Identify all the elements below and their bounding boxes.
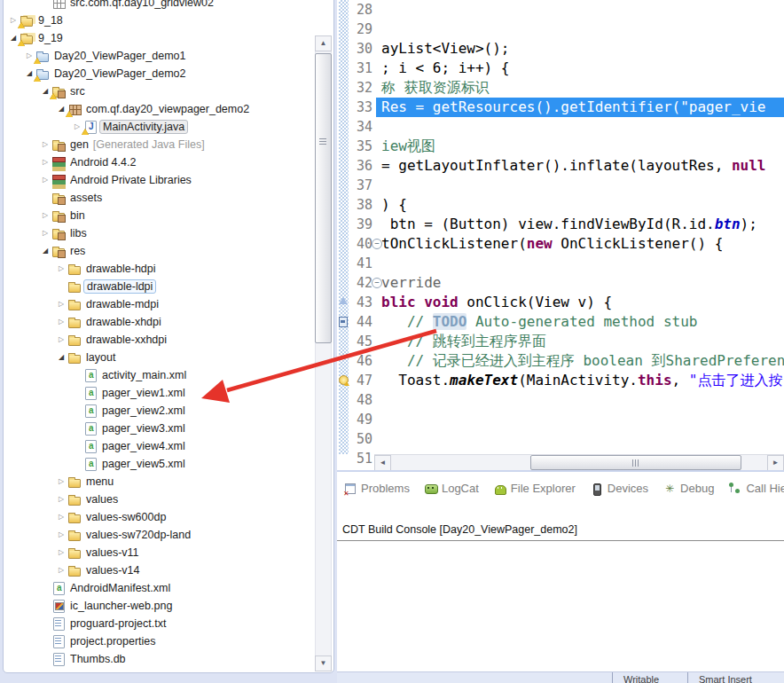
tree-item-res[interactable]: ◢res xyxy=(4,242,316,260)
twisty-collapsed-icon[interactable]: ▷ xyxy=(55,473,67,491)
tree-item-project-properties[interactable]: project.properties xyxy=(4,632,316,650)
code-line-40[interactable]: 40−tOnClickListener(new OnClickListener(… xyxy=(337,234,784,254)
code-line-41[interactable]: 41 xyxy=(337,254,784,273)
tree-item-mainactivity-java[interactable]: ▷MainActivity.java xyxy=(4,118,316,136)
code-line-46[interactable]: 46 // 记录已经进入到主程序 boolean 到SharedPreferen… xyxy=(337,351,784,371)
tree-vertical-scrollbar-thumb[interactable] xyxy=(315,53,332,343)
code-line-37[interactable]: 37 xyxy=(337,176,784,195)
view-tab-logcat[interactable]: LogCat xyxy=(425,482,479,495)
tree-item-pager-view2-xml[interactable]: pager_view2.xml xyxy=(4,402,316,420)
tree-scroll-down-button[interactable]: ▼ xyxy=(315,656,332,671)
code-line-32[interactable]: 32称 获取资源标识 xyxy=(337,78,784,98)
tree-item-assets[interactable]: assets xyxy=(4,189,316,207)
tree-item-pager-view5-xml[interactable]: pager_view5.xml xyxy=(4,455,316,473)
view-tab-problems[interactable]: Problems xyxy=(344,482,410,495)
twisty-collapsed-icon[interactable]: ▷ xyxy=(55,526,67,544)
tree-item-bin[interactable]: ▷bin xyxy=(4,207,316,224)
tree-item-values[interactable]: ▷values xyxy=(4,491,316,508)
editor-horizontal-scrollbar-thumb[interactable] xyxy=(530,455,741,470)
code-line-50[interactable]: 50 xyxy=(337,429,784,449)
tree-item-androidmanifest-xml[interactable]: AndroidManifest.xml xyxy=(4,579,316,597)
fold-collapse-icon[interactable]: − xyxy=(372,278,382,288)
tree-item-drawable-ldpi[interactable]: drawable-ldpi xyxy=(4,278,316,295)
twisty-collapsed-icon[interactable]: ▷ xyxy=(39,171,51,189)
view-tab-devices[interactable]: Devices xyxy=(591,482,648,495)
tree-scroll-up-button[interactable]: ▲ xyxy=(315,35,332,51)
task-marker-icon[interactable] xyxy=(339,317,348,327)
tree-item-day20-viewpager-demo2[interactable]: ◢Day20_ViewPager_demo2 xyxy=(4,65,316,82)
tree-item-libs[interactable]: ▷libs xyxy=(4,224,316,242)
tree-item-pager-view4-xml[interactable]: pager_view4.xml xyxy=(4,437,316,455)
code-line-30[interactable]: 30ayList<View>(); xyxy=(337,39,784,59)
code-line-44[interactable]: 44 // TODO Auto-generated method stub xyxy=(337,312,784,332)
twisty-collapsed-icon[interactable]: ▷ xyxy=(39,153,51,171)
tree-item-drawable-hdpi[interactable]: ▷drawable-hdpi xyxy=(4,260,316,278)
twisty-collapsed-icon[interactable]: ▷ xyxy=(39,207,51,224)
code-line-36[interactable]: 36= getLayoutInflater().inflate(layoutRe… xyxy=(337,156,784,176)
tree-item-src-com-qf-day10-gridview02[interactable]: src.com.qf.day10_gridview02 xyxy=(4,0,316,12)
code-line-34[interactable]: 34 xyxy=(337,117,784,137)
tree-item-values-sw720dp-land[interactable]: ▷values-sw720dp-land xyxy=(4,526,316,544)
code-line-49[interactable]: 49 xyxy=(337,410,784,429)
tree-item-menu[interactable]: ▷menu xyxy=(4,473,316,491)
tree-item-pager-view1-xml[interactable]: pager_view1.xml xyxy=(4,384,316,402)
twisty-collapsed-icon[interactable]: ▷ xyxy=(55,295,67,313)
twisty-collapsed-icon[interactable]: ▷ xyxy=(55,260,67,278)
code-line-47[interactable]: 47 Toast.makeText(MainActivity.this, "点击… xyxy=(337,371,784,390)
tree-item-com-qf-day20-viewpager-demo2[interactable]: ◢com.qf.day20_viewpager_demo2 xyxy=(4,100,316,118)
view-tab-call-hierarchy[interactable]: Call Hierarchy xyxy=(729,482,784,495)
tree-item-values-v14[interactable]: ▷values-v14 xyxy=(4,561,316,579)
tree-item-src[interactable]: ◢src xyxy=(4,82,316,100)
twisty-collapsed-icon[interactable]: ▷ xyxy=(39,224,51,242)
view-tab-debug[interactable]: ✳Debug xyxy=(663,482,714,495)
twisty-collapsed-icon[interactable]: ▷ xyxy=(55,331,67,349)
code-line-35[interactable]: 35iew视图 xyxy=(337,137,784,156)
code-line-38[interactable]: 38) { xyxy=(337,195,784,215)
tree-item-android-4-4-2[interactable]: ▷Android 4.4.2 xyxy=(4,153,316,171)
tree-item-day20-viewpager-demo1[interactable]: ▷Day20_ViewPager_demo1 xyxy=(4,47,316,65)
editor-scroll-left-button[interactable]: ◄ xyxy=(374,455,391,470)
code-line-45[interactable]: 45 // 跳转到主程序界面 xyxy=(337,332,784,351)
tree-item-label: activity_main.xml xyxy=(102,369,186,381)
tree-item-pager-view3-xml[interactable]: pager_view3.xml xyxy=(4,420,316,437)
tree-item-values-v11[interactable]: ▷values-v11 xyxy=(4,544,316,561)
tree-item-layout[interactable]: ◢layout xyxy=(4,349,316,366)
code-line-43[interactable]: 43blic void onClick(View v) { xyxy=(337,293,784,312)
tree-item-drawable-mdpi[interactable]: ▷drawable-mdpi xyxy=(4,295,316,313)
twisty-expanded-icon[interactable]: ◢ xyxy=(55,349,67,366)
tree-item-android-private-libraries[interactable]: ▷Android Private Libraries xyxy=(4,171,316,189)
editor-horizontal-scrollbar[interactable]: ◄ ► xyxy=(374,454,784,470)
warning-bulb-icon[interactable] xyxy=(339,375,349,385)
twisty-expanded-icon[interactable]: ◢ xyxy=(39,242,51,260)
code-area[interactable]: 282930ayList<View>();31; i < 6; i++) {32… xyxy=(337,0,784,454)
code-line-28[interactable]: 28 xyxy=(337,0,784,20)
tree-item-drawable-xhdpi[interactable]: ▷drawable-xhdpi xyxy=(4,313,316,331)
tree-item-values-sw600dp[interactable]: ▷values-sw600dp xyxy=(4,508,316,526)
code-line-33[interactable]: 33Res = getResources().getIdentifier("pa… xyxy=(337,98,784,117)
tree-item-gen[interactable]: ▷gen[Generated Java Files] xyxy=(4,136,316,153)
occurrence-marker-icon[interactable] xyxy=(339,297,348,304)
code-line-48[interactable]: 48 xyxy=(337,390,784,410)
twisty-collapsed-icon[interactable]: ▷ xyxy=(39,136,51,153)
tree-item-activity-main-xml[interactable]: activity_main.xml xyxy=(4,366,316,384)
twisty-collapsed-icon[interactable]: ▷ xyxy=(55,313,67,331)
tree-item-ic-launcher-web-png[interactable]: ic_launcher-web.png xyxy=(4,597,316,615)
twisty-collapsed-icon[interactable]: ▷ xyxy=(55,561,67,579)
twisty-collapsed-icon[interactable]: ▷ xyxy=(55,491,67,508)
code-editor[interactable]: 282930ayList<View>();31; i < 6; i++) {32… xyxy=(337,0,784,470)
code-line-31[interactable]: 31; i < 6; i++) { xyxy=(337,59,784,78)
tree-item-drawable-xxhdpi[interactable]: ▷drawable-xxhdpi xyxy=(4,331,316,349)
twisty-collapsed-icon[interactable]: ▷ xyxy=(55,544,67,561)
tree-item-proguard-project-txt[interactable]: proguard-project.txt xyxy=(4,615,316,632)
java-icon xyxy=(83,120,98,134)
view-tab-file-explorer[interactable]: File Explorer xyxy=(494,482,576,495)
tree-item-9-19[interactable]: ◢9_19 xyxy=(4,29,316,47)
tree-item-thumbs-db[interactable]: Thumbs.db xyxy=(4,650,316,668)
tree-item-9-18[interactable]: ▷9_18 xyxy=(4,12,316,29)
code-line-29[interactable]: 29 xyxy=(337,20,784,39)
code-line-39[interactable]: 39 btn = (Button) view.findViewById(R.id… xyxy=(337,215,784,234)
code-line-42[interactable]: 42−verride xyxy=(337,273,784,293)
twisty-collapsed-icon[interactable]: ▷ xyxy=(55,508,67,526)
editor-scroll-right-button[interactable]: ► xyxy=(767,455,784,470)
fold-collapse-icon[interactable]: − xyxy=(372,239,382,249)
